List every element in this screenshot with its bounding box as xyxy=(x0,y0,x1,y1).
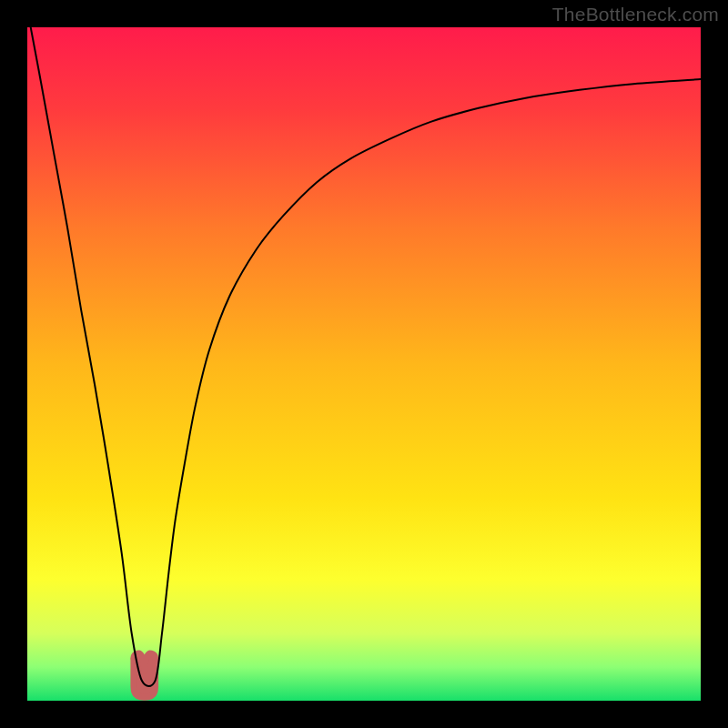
chart-svg xyxy=(27,27,701,701)
watermark-text: TheBottleneck.com xyxy=(552,4,719,25)
plot-area xyxy=(27,27,701,701)
gradient-background xyxy=(27,27,701,701)
chart-frame: TheBottleneck.com xyxy=(0,0,728,728)
